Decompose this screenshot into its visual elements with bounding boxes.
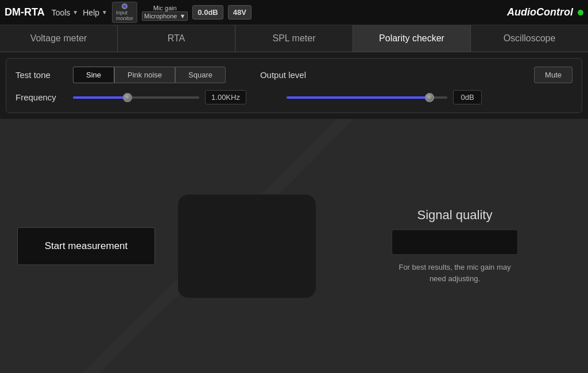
frequency-slider-thumb[interactable] xyxy=(123,93,132,102)
topbar: DM-RTA Tools ▼ Help ▼ Inputmonitor Mic g… xyxy=(0,0,588,25)
frequency-slider-track xyxy=(73,96,199,99)
input-monitor-label: Inputmonitor xyxy=(116,10,133,21)
tools-label: Tools xyxy=(52,8,71,17)
frequency-value: 1.00KHz xyxy=(205,90,246,104)
tab-spl-meter[interactable]: SPL meter xyxy=(235,25,353,52)
test-tone-label: Test tone xyxy=(16,70,73,80)
frequency-slider[interactable] xyxy=(73,92,199,103)
signal-quality-section: Signal quality For best results, the mic… xyxy=(339,208,571,284)
tools-arrow-icon: ▼ xyxy=(72,9,78,15)
help-arrow-icon: ▼ xyxy=(102,9,107,15)
status-indicator-icon xyxy=(578,10,583,15)
brand-logo: AudioControl xyxy=(507,6,573,18)
mic-gain-area: Mic gain Microphone ▼ xyxy=(142,5,188,21)
output-level-slider[interactable] xyxy=(287,92,447,103)
mic-gain-db: 0.0dB xyxy=(192,5,223,20)
mic-gain-label: Mic gain xyxy=(153,5,177,11)
waveform-display xyxy=(178,195,316,298)
help-menu[interactable]: Help ▼ xyxy=(83,8,107,17)
mic-source-arrow-icon: ▼ xyxy=(179,13,185,20)
mic-source-select[interactable]: Microphone ▼ xyxy=(142,11,188,21)
signal-quality-value xyxy=(392,230,518,255)
phantom-power-badge: 48V xyxy=(228,5,252,20)
help-label: Help xyxy=(83,8,99,17)
tab-oscilloscope[interactable]: Oscilloscope xyxy=(471,25,588,52)
mute-button[interactable]: Mute xyxy=(534,67,572,83)
signal-quality-title: Signal quality xyxy=(417,208,493,223)
tab-voltage-meter[interactable]: Voltage meter xyxy=(0,25,118,52)
tab-bar: Voltage meter RTA SPL meter Polarity che… xyxy=(0,25,588,52)
mic-source-label: Microphone xyxy=(144,13,177,20)
tab-polarity-checker[interactable]: Polarity checker xyxy=(353,25,471,52)
frequency-label: Frequency xyxy=(16,92,67,102)
sine-button[interactable]: Sine xyxy=(73,67,114,83)
signal-quality-note: For best results, the mic gain mayneed a… xyxy=(399,262,510,284)
frequency-row: Frequency 1.00KHz 0dB xyxy=(16,90,572,104)
square-button[interactable]: Square xyxy=(175,67,226,83)
pink-noise-button[interactable]: Pink noise xyxy=(114,67,175,83)
main-content: Start measurement Signal quality For bes… xyxy=(0,119,588,373)
tab-rta[interactable]: RTA xyxy=(118,25,235,52)
tone-button-group: Sine Pink noise Square xyxy=(73,67,226,83)
start-measurement-button[interactable]: Start measurement xyxy=(17,227,155,265)
output-level-label: Output level xyxy=(260,70,534,80)
app-logo: DM-RTA xyxy=(5,6,45,18)
output-level-slider-track xyxy=(287,96,447,99)
test-tone-row: Test tone Sine Pink noise Square Output … xyxy=(16,67,572,83)
input-monitor-dot xyxy=(122,3,127,9)
input-monitor[interactable]: Inputmonitor xyxy=(112,2,137,23)
test-tone-section: Test tone Sine Pink noise Square Output … xyxy=(6,58,582,113)
output-level-value: 0dB xyxy=(453,90,482,104)
output-level-slider-thumb[interactable] xyxy=(425,93,434,102)
tools-menu[interactable]: Tools ▼ xyxy=(52,8,79,17)
